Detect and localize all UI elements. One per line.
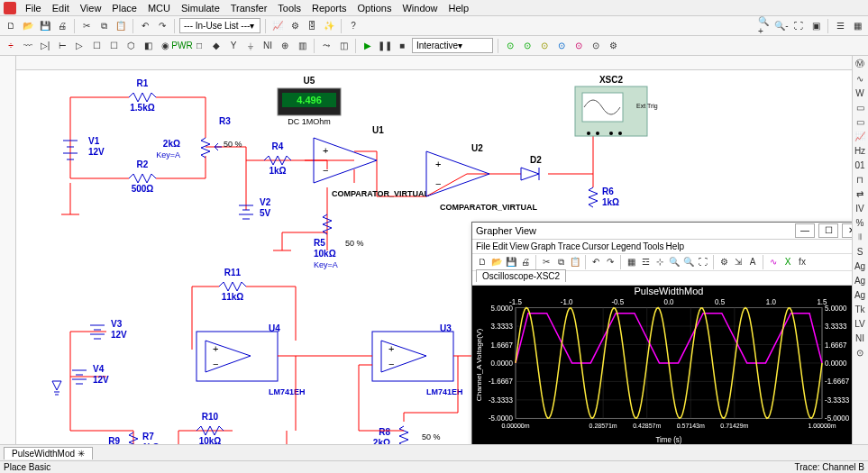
menu-window[interactable]: Window (397, 3, 442, 14)
freq-tool-icon[interactable]: Hz (854, 144, 866, 157)
probe2-icon[interactable]: ⊙ (520, 39, 535, 53)
lv-tool-icon[interactable]: LV (854, 317, 866, 330)
cut-icon[interactable]: ✂ (79, 19, 94, 33)
wordgen-tool-icon[interactable]: 01 (854, 159, 866, 171)
place-source-icon[interactable]: ÷ (4, 39, 18, 53)
place-connector-icon[interactable]: ⊕ (278, 39, 292, 53)
grapher-icon[interactable]: 📈 (270, 19, 285, 33)
undo-icon[interactable]: ↶ (138, 19, 152, 33)
probe3-icon[interactable]: ⊙ (537, 39, 552, 53)
menu-mcu[interactable]: MCU (143, 3, 175, 14)
menu-view[interactable]: View (76, 3, 106, 14)
place-ni-icon[interactable]: NI (260, 39, 275, 53)
spec-tool-icon[interactable]: ⫴ (854, 231, 866, 243)
sim-mode-combo[interactable]: Interactive ▾ (412, 38, 493, 53)
help-icon[interactable]: ? (346, 19, 361, 33)
save-icon[interactable]: 💾 (38, 19, 52, 33)
redo-icon[interactable]: ↷ (155, 19, 169, 33)
place-cmos-icon[interactable]: ☐ (106, 39, 121, 53)
schematic-canvas[interactable]: 4.496 U5 DC 1MOhm R1 1.5kΩ R2 500Ω R3 2k… (16, 70, 852, 444)
in-use-list-combo[interactable]: --- In-Use List --- ▾ (179, 18, 260, 33)
tab-pulsewidthmod[interactable]: PulseWidthMod ✳ (4, 447, 93, 459)
new-icon[interactable]: 🗋 (4, 19, 18, 33)
g-redo-icon[interactable]: ↷ (604, 256, 617, 268)
g-text-icon[interactable]: A (746, 256, 759, 268)
gmenu-graph[interactable]: Graph (531, 241, 556, 251)
postproc-icon[interactable]: ⚙ (288, 19, 302, 33)
place-mixed-icon[interactable]: ◧ (141, 39, 155, 53)
logicconv-tool-icon[interactable]: ⇄ (854, 187, 866, 200)
open-icon[interactable]: 📂 (21, 19, 35, 33)
probe5-icon[interactable]: ⊙ (571, 39, 586, 53)
g-props-icon[interactable]: ⚙ (717, 256, 730, 268)
place-misc2-icon[interactable]: □ (192, 39, 206, 53)
place-electromech-icon[interactable]: ⏚ (243, 39, 258, 53)
bode-tool-icon[interactable]: 📈 (854, 130, 866, 142)
place-transistor-icon[interactable]: ⊢ (55, 39, 69, 53)
probe4-icon[interactable]: ⊙ (554, 39, 569, 53)
g-open-icon[interactable]: 📂 (490, 256, 503, 268)
g-new-icon[interactable]: 🗋 (476, 256, 489, 268)
g-zoom-fit-icon[interactable]: ⛶ (697, 256, 709, 268)
place-hier-icon[interactable]: ◫ (336, 39, 351, 53)
place-bus-icon[interactable]: ⤳ (319, 39, 333, 53)
gmenu-view[interactable]: View (509, 241, 529, 251)
gmenu-legend[interactable]: Legend (611, 241, 641, 251)
zoom-area-icon[interactable]: ⛶ (791, 19, 806, 33)
probe-set-icon[interactable]: ⚙ (606, 39, 620, 53)
menu-edit[interactable]: Edit (48, 3, 74, 14)
agmm-tool-icon[interactable]: Ag (854, 274, 866, 287)
gmenu-edit[interactable]: Edit (492, 241, 507, 251)
wattmeter-tool-icon[interactable]: W (854, 86, 866, 99)
menu-help[interactable]: Help (444, 3, 474, 14)
place-analog-icon[interactable]: ▷ (72, 39, 87, 53)
grapher-tab-xsc2[interactable]: Oscilloscope-XSC2 (476, 269, 566, 282)
print-icon[interactable]: 🖨 (55, 19, 69, 33)
dist-tool-icon[interactable]: % (854, 216, 866, 229)
menu-tools[interactable]: Tools (273, 3, 306, 14)
menu-file[interactable]: File (21, 3, 46, 14)
g-cursor-icon[interactable]: ⊹ (653, 256, 666, 268)
gmenu-trace[interactable]: Trace (558, 241, 580, 251)
multimeter-tool-icon[interactable]: Ⓜ (854, 58, 866, 70)
db-icon[interactable]: 🗄 (305, 19, 319, 33)
run-icon[interactable]: ▶ (361, 39, 375, 53)
net-tool-icon[interactable]: S (854, 245, 866, 258)
paste-icon[interactable]: 📋 (114, 19, 128, 33)
g-save-icon[interactable]: 💾 (505, 256, 517, 268)
grapher-plot[interactable]: -5.0000-5.0000-3.3333-3.3333-1.6667-1.66… (472, 286, 852, 444)
gmenu-tools[interactable]: Tools (643, 241, 663, 251)
tksc-tool-icon[interactable]: Tk (854, 303, 866, 315)
g-print-icon[interactable]: 🖨 (519, 256, 532, 268)
probe1-icon[interactable]: ⊙ (503, 39, 517, 53)
g-copy-icon[interactable]: ⧉ (554, 256, 567, 268)
list-icon[interactable]: ☰ (833, 19, 847, 33)
g-overlay-icon[interactable]: ∿ (767, 256, 780, 268)
menu-place[interactable]: Place (107, 3, 142, 14)
place-power-icon[interactable]: PWR (175, 39, 189, 53)
g-zoom-in-icon[interactable]: 🔍 (668, 256, 681, 268)
iv-tool-icon[interactable]: IV (854, 202, 866, 214)
scope4-tool-icon[interactable]: ▭ (854, 115, 866, 128)
ni-tool-icon[interactable]: NI (854, 332, 866, 344)
menu-simulate[interactable]: Simulate (177, 3, 224, 14)
maximize-button[interactable]: ☐ (818, 223, 838, 238)
g-export-icon[interactable]: ⇲ (732, 256, 745, 268)
scope-tool-icon[interactable]: ▭ (854, 101, 866, 114)
probe6-icon[interactable]: ⊙ (589, 39, 603, 53)
wizard-icon[interactable]: ✨ (322, 19, 336, 33)
funcgen-tool-icon[interactable]: ∿ (854, 72, 866, 85)
gmenu-help[interactable]: Help (666, 241, 685, 251)
place-misc-icon[interactable]: ⬡ (123, 39, 138, 53)
stop-icon[interactable]: ■ (395, 39, 409, 53)
g-zoom-out-icon[interactable]: 🔍 (682, 256, 695, 268)
g-cut-icon[interactable]: ✂ (540, 256, 553, 268)
copy-icon[interactable]: ⧉ (96, 19, 111, 33)
place-rf-icon[interactable]: Y (226, 39, 241, 53)
logic-tool-icon[interactable]: ⊓ (854, 173, 866, 186)
grapher-window[interactable]: Grapher View — ☐ ✕ File Edit View Graph … (471, 222, 852, 444)
g-math-icon[interactable]: fx (796, 256, 809, 268)
place-advanced-icon[interactable]: ◆ (209, 39, 224, 53)
gmenu-cursor[interactable]: Cursor (582, 241, 609, 251)
close-button[interactable]: ✕ (842, 223, 852, 238)
